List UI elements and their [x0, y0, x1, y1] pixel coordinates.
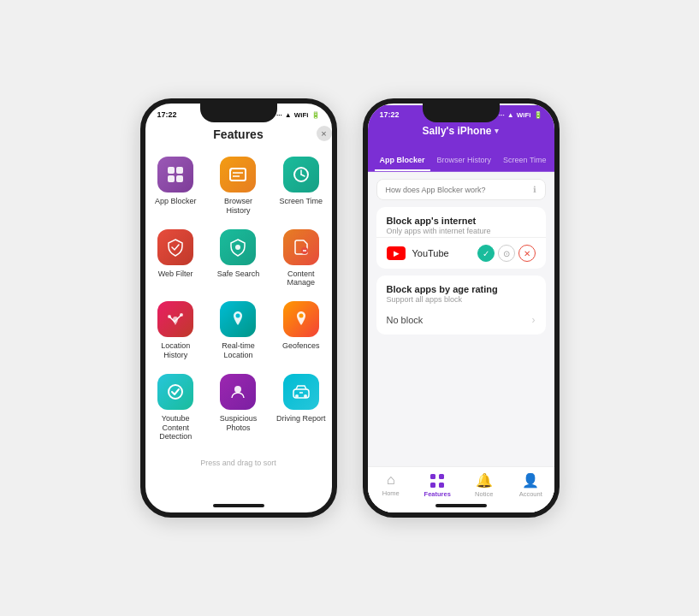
geofences-label: Geofences: [282, 341, 320, 351]
svg-point-19: [299, 314, 303, 318]
app-blocker-icon: [157, 157, 193, 192]
close-button[interactable]: ×: [317, 126, 332, 141]
driving-report-icon: [283, 374, 319, 410]
content-manage-label: Content Manage: [274, 270, 328, 288]
feature-item-youtube-detection[interactable]: Youtube Content Detection: [145, 367, 206, 445]
safe-search-icon: [220, 229, 256, 265]
safe-search-label: Safe Search: [217, 270, 260, 279]
account-label: Account: [519, 490, 542, 498]
right-status-bar: 17:22 ··· ▲ WiFi 🔋: [368, 105, 554, 121]
features-content: Features × App Blocker: [145, 121, 332, 476]
left-phone: 17:22 ··· ▲ WiFi 🔋 Features ×: [140, 98, 337, 518]
feature-item-geofences[interactable]: Geofences: [270, 294, 331, 364]
driving-report-label: Driving Report: [276, 414, 326, 424]
block-age-header: Block apps by age rating Support all app…: [376, 275, 546, 305]
web-filter-icon: [157, 229, 193, 265]
device-name: Sally's iPhone: [423, 125, 492, 137]
block-age-rating-card: Block apps by age rating Support all app…: [376, 275, 546, 335]
svg-point-17: [180, 313, 183, 317]
nav-account[interactable]: 👤 Account: [507, 472, 554, 498]
check-button[interactable]: ✓: [477, 245, 495, 262]
remove-button[interactable]: ✕: [518, 245, 536, 262]
web-filter-label: Web Filter: [158, 270, 193, 279]
features-label: Features: [424, 490, 451, 498]
left-status-bar: 17:22 ··· ▲ WiFi 🔋: [145, 105, 332, 121]
tab-app-blocker[interactable]: App Blocker: [375, 151, 430, 171]
tab-screen-time[interactable]: Screen Time: [498, 151, 552, 171]
block-internet-subtitle: Only apps with internet feature: [387, 227, 536, 235]
screen-time-label: Screen Time: [280, 197, 323, 206]
left-time: 17:22: [157, 110, 177, 119]
tabs-bar: App Blocker Browser History Screen Time …: [368, 151, 554, 172]
no-block-label: No block: [387, 315, 424, 325]
geofences-icon: [283, 301, 319, 337]
search-bar[interactable]: ℹ: [376, 179, 546, 200]
right-status-right: ··· ▲ WiFi 🔋: [499, 111, 542, 119]
chevron-right-icon: ›: [532, 314, 536, 326]
notice-label: Notice: [475, 490, 493, 498]
nav-features[interactable]: Features: [414, 472, 461, 498]
right-body: ℹ Block app's internet Only apps with in…: [368, 172, 554, 512]
browser-history-label: Browser History: [211, 197, 265, 216]
feature-item-content-manage[interactable]: Content Manage: [270, 222, 331, 292]
block-age-subtitle: Support all apps block: [387, 295, 536, 304]
content-manage-icon: [283, 229, 319, 265]
right-time: 17:22: [380, 110, 400, 119]
suspicious-photos-label: Suspicious Photos: [211, 414, 265, 433]
home-indicator-left: [213, 504, 264, 507]
nav-notice[interactable]: 🔔 Notice: [461, 472, 508, 498]
feature-item-safe-search[interactable]: Safe Search: [208, 222, 269, 292]
features-icon: [429, 472, 445, 489]
svg-rect-27: [439, 474, 444, 479]
youtube-row: ▶ YouTube ✓ ⊙ ✕: [376, 237, 546, 269]
block-internet-card: Block app's internet Only apps with inte…: [376, 207, 546, 269]
browser-history-icon: [220, 157, 256, 192]
svg-rect-1: [176, 167, 183, 174]
no-block-row[interactable]: No block ›: [376, 305, 546, 335]
feature-item-browser-history[interactable]: Browser History: [208, 150, 269, 219]
features-grid: App Blocker Browser History: [145, 150, 332, 445]
search-input[interactable]: [386, 186, 528, 194]
location-history-icon: [157, 301, 193, 337]
svg-rect-26: [430, 474, 435, 479]
feature-item-suspicious-photos[interactable]: Suspicious Photos: [208, 367, 269, 445]
svg-point-24: [304, 394, 307, 398]
notice-icon: 🔔: [476, 472, 493, 489]
block-internet-title: Block app's internet: [387, 216, 536, 226]
tab-browser-history[interactable]: Browser History: [432, 151, 497, 171]
device-title: Sally's iPhone ▾: [378, 122, 544, 144]
svg-point-18: [236, 314, 240, 318]
realtime-location-icon: [220, 301, 256, 337]
svg-point-11: [235, 245, 240, 250]
header-bar: Sally's iPhone ▾: [368, 121, 554, 151]
feature-item-screen-time[interactable]: Screen Time: [270, 150, 331, 219]
info-icon: ℹ: [533, 185, 536, 194]
svg-rect-2: [168, 175, 175, 182]
drag-hint: Press and drag to sort: [145, 459, 332, 476]
svg-point-20: [169, 385, 182, 399]
block-internet-header: Block app's internet Only apps with inte…: [376, 207, 546, 237]
feature-item-app-blocker[interactable]: App Blocker: [145, 150, 206, 219]
tab-v[interactable]: V: [554, 151, 554, 171]
youtube-name: YouTube: [412, 248, 471, 258]
nav-home[interactable]: ⌂ Home: [368, 472, 415, 497]
feature-item-location-history[interactable]: Location History: [145, 294, 206, 364]
realtime-location-label: Real-time Location: [211, 341, 265, 360]
features-header: Features ×: [145, 121, 332, 150]
feature-item-web-filter[interactable]: Web Filter: [145, 222, 206, 292]
screen-time-icon: [283, 157, 319, 192]
app-blocker-label: App Blocker: [155, 197, 197, 206]
feature-item-realtime-location[interactable]: Real-time Location: [208, 294, 269, 364]
home-icon: ⌂: [387, 472, 395, 488]
svg-rect-0: [168, 167, 175, 174]
svg-point-21: [234, 386, 241, 393]
chevron-down-icon[interactable]: ▾: [495, 127, 499, 135]
clock-button[interactable]: ⊙: [498, 245, 515, 262]
features-title: Features: [213, 127, 263, 141]
svg-rect-29: [439, 483, 444, 488]
left-status-right: ··· ▲ WiFi 🔋: [276, 111, 319, 119]
youtube-actions: ✓ ⊙ ✕: [477, 245, 536, 262]
svg-rect-28: [430, 483, 435, 488]
feature-item-driving-report[interactable]: Driving Report: [270, 367, 331, 445]
svg-point-7: [230, 169, 232, 171]
